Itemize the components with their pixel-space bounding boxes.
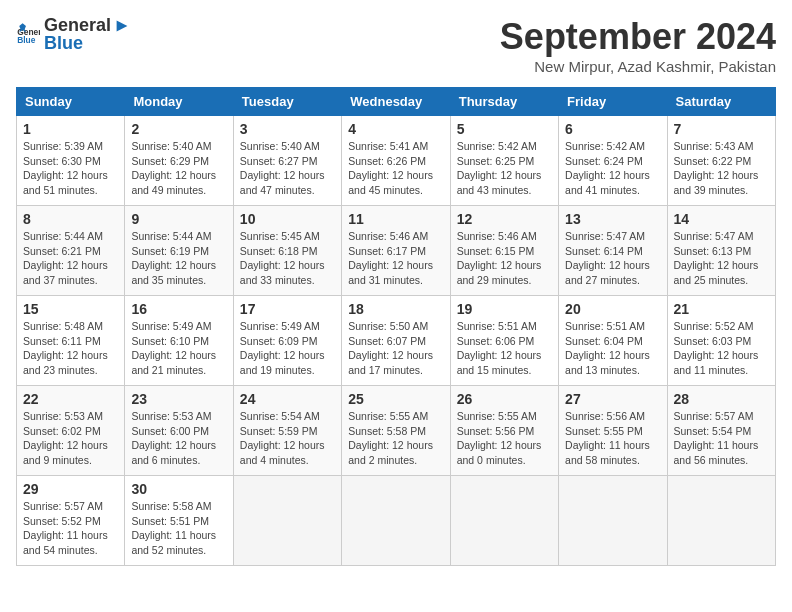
- day-number: 1: [23, 121, 118, 137]
- day-detail: Sunrise: 5:40 AM Sunset: 6:29 PM Dayligh…: [131, 139, 226, 198]
- calendar-cell: 14Sunrise: 5:47 AM Sunset: 6:13 PM Dayli…: [667, 206, 775, 296]
- calendar-cell: 20Sunrise: 5:51 AM Sunset: 6:04 PM Dayli…: [559, 296, 667, 386]
- calendar-cell: 27Sunrise: 5:56 AM Sunset: 5:55 PM Dayli…: [559, 386, 667, 476]
- column-header-monday: Monday: [125, 88, 233, 116]
- day-number: 9: [131, 211, 226, 227]
- column-header-sunday: Sunday: [17, 88, 125, 116]
- day-number: 4: [348, 121, 443, 137]
- day-detail: Sunrise: 5:49 AM Sunset: 6:10 PM Dayligh…: [131, 319, 226, 378]
- day-detail: Sunrise: 5:52 AM Sunset: 6:03 PM Dayligh…: [674, 319, 769, 378]
- week-row-4: 22Sunrise: 5:53 AM Sunset: 6:02 PM Dayli…: [17, 386, 776, 476]
- calendar-cell: 29Sunrise: 5:57 AM Sunset: 5:52 PM Dayli…: [17, 476, 125, 566]
- calendar-cell: 19Sunrise: 5:51 AM Sunset: 6:06 PM Dayli…: [450, 296, 558, 386]
- column-header-saturday: Saturday: [667, 88, 775, 116]
- logo-blue: Blue: [44, 34, 131, 54]
- day-number: 10: [240, 211, 335, 227]
- calendar-cell: 30Sunrise: 5:58 AM Sunset: 5:51 PM Dayli…: [125, 476, 233, 566]
- day-number: 2: [131, 121, 226, 137]
- day-detail: Sunrise: 5:54 AM Sunset: 5:59 PM Dayligh…: [240, 409, 335, 468]
- calendar-cell: 7Sunrise: 5:43 AM Sunset: 6:22 PM Daylig…: [667, 116, 775, 206]
- logo: General Blue General Blue: [16, 16, 131, 54]
- day-number: 26: [457, 391, 552, 407]
- calendar-cell: 2Sunrise: 5:40 AM Sunset: 6:29 PM Daylig…: [125, 116, 233, 206]
- day-number: 15: [23, 301, 118, 317]
- day-number: 13: [565, 211, 660, 227]
- day-number: 30: [131, 481, 226, 497]
- day-number: 3: [240, 121, 335, 137]
- day-detail: Sunrise: 5:57 AM Sunset: 5:52 PM Dayligh…: [23, 499, 118, 558]
- calendar-cell: 5Sunrise: 5:42 AM Sunset: 6:25 PM Daylig…: [450, 116, 558, 206]
- day-number: 12: [457, 211, 552, 227]
- day-detail: Sunrise: 5:49 AM Sunset: 6:09 PM Dayligh…: [240, 319, 335, 378]
- column-header-thursday: Thursday: [450, 88, 558, 116]
- title-section: September 2024 New Mirpur, Azad Kashmir,…: [500, 16, 776, 75]
- calendar-table: SundayMondayTuesdayWednesdayThursdayFrid…: [16, 87, 776, 566]
- calendar-cell: [450, 476, 558, 566]
- calendar-cell: [342, 476, 450, 566]
- week-row-3: 15Sunrise: 5:48 AM Sunset: 6:11 PM Dayli…: [17, 296, 776, 386]
- day-detail: Sunrise: 5:53 AM Sunset: 6:02 PM Dayligh…: [23, 409, 118, 468]
- calendar-cell: 25Sunrise: 5:55 AM Sunset: 5:58 PM Dayli…: [342, 386, 450, 476]
- day-number: 21: [674, 301, 769, 317]
- week-row-2: 8Sunrise: 5:44 AM Sunset: 6:21 PM Daylig…: [17, 206, 776, 296]
- calendar-cell: 26Sunrise: 5:55 AM Sunset: 5:56 PM Dayli…: [450, 386, 558, 476]
- calendar-cell: 18Sunrise: 5:50 AM Sunset: 6:07 PM Dayli…: [342, 296, 450, 386]
- column-header-tuesday: Tuesday: [233, 88, 341, 116]
- calendar-cell: 4Sunrise: 5:41 AM Sunset: 6:26 PM Daylig…: [342, 116, 450, 206]
- day-detail: Sunrise: 5:55 AM Sunset: 5:58 PM Dayligh…: [348, 409, 443, 468]
- day-number: 22: [23, 391, 118, 407]
- column-header-wednesday: Wednesday: [342, 88, 450, 116]
- day-detail: Sunrise: 5:47 AM Sunset: 6:14 PM Dayligh…: [565, 229, 660, 288]
- calendar-cell: [233, 476, 341, 566]
- day-detail: Sunrise: 5:42 AM Sunset: 6:25 PM Dayligh…: [457, 139, 552, 198]
- calendar-cell: 28Sunrise: 5:57 AM Sunset: 5:54 PM Dayli…: [667, 386, 775, 476]
- location-subtitle: New Mirpur, Azad Kashmir, Pakistan: [500, 58, 776, 75]
- calendar-cell: 10Sunrise: 5:45 AM Sunset: 6:18 PM Dayli…: [233, 206, 341, 296]
- day-number: 7: [674, 121, 769, 137]
- day-number: 14: [674, 211, 769, 227]
- column-header-friday: Friday: [559, 88, 667, 116]
- day-number: 24: [240, 391, 335, 407]
- day-detail: Sunrise: 5:51 AM Sunset: 6:04 PM Dayligh…: [565, 319, 660, 378]
- day-number: 19: [457, 301, 552, 317]
- calendar-cell: 13Sunrise: 5:47 AM Sunset: 6:14 PM Dayli…: [559, 206, 667, 296]
- day-number: 20: [565, 301, 660, 317]
- day-number: 23: [131, 391, 226, 407]
- day-detail: Sunrise: 5:48 AM Sunset: 6:11 PM Dayligh…: [23, 319, 118, 378]
- logo-icon: General Blue: [16, 23, 40, 47]
- week-row-1: 1Sunrise: 5:39 AM Sunset: 6:30 PM Daylig…: [17, 116, 776, 206]
- day-detail: Sunrise: 5:50 AM Sunset: 6:07 PM Dayligh…: [348, 319, 443, 378]
- day-number: 17: [240, 301, 335, 317]
- calendar-cell: [667, 476, 775, 566]
- calendar-cell: [559, 476, 667, 566]
- day-number: 29: [23, 481, 118, 497]
- logo-arrow-icon: [113, 17, 131, 35]
- day-detail: Sunrise: 5:43 AM Sunset: 6:22 PM Dayligh…: [674, 139, 769, 198]
- calendar-cell: 6Sunrise: 5:42 AM Sunset: 6:24 PM Daylig…: [559, 116, 667, 206]
- day-detail: Sunrise: 5:41 AM Sunset: 6:26 PM Dayligh…: [348, 139, 443, 198]
- header-row: SundayMondayTuesdayWednesdayThursdayFrid…: [17, 88, 776, 116]
- month-title: September 2024: [500, 16, 776, 58]
- day-detail: Sunrise: 5:58 AM Sunset: 5:51 PM Dayligh…: [131, 499, 226, 558]
- day-number: 5: [457, 121, 552, 137]
- svg-marker-2: [117, 20, 128, 31]
- day-number: 18: [348, 301, 443, 317]
- day-number: 11: [348, 211, 443, 227]
- day-detail: Sunrise: 5:46 AM Sunset: 6:17 PM Dayligh…: [348, 229, 443, 288]
- day-number: 27: [565, 391, 660, 407]
- day-detail: Sunrise: 5:55 AM Sunset: 5:56 PM Dayligh…: [457, 409, 552, 468]
- day-detail: Sunrise: 5:56 AM Sunset: 5:55 PM Dayligh…: [565, 409, 660, 468]
- calendar-cell: 12Sunrise: 5:46 AM Sunset: 6:15 PM Dayli…: [450, 206, 558, 296]
- day-detail: Sunrise: 5:42 AM Sunset: 6:24 PM Dayligh…: [565, 139, 660, 198]
- calendar-cell: 17Sunrise: 5:49 AM Sunset: 6:09 PM Dayli…: [233, 296, 341, 386]
- week-row-5: 29Sunrise: 5:57 AM Sunset: 5:52 PM Dayli…: [17, 476, 776, 566]
- svg-text:Blue: Blue: [17, 35, 36, 45]
- day-detail: Sunrise: 5:39 AM Sunset: 6:30 PM Dayligh…: [23, 139, 118, 198]
- day-detail: Sunrise: 5:44 AM Sunset: 6:21 PM Dayligh…: [23, 229, 118, 288]
- day-number: 25: [348, 391, 443, 407]
- day-detail: Sunrise: 5:44 AM Sunset: 6:19 PM Dayligh…: [131, 229, 226, 288]
- calendar-cell: 15Sunrise: 5:48 AM Sunset: 6:11 PM Dayli…: [17, 296, 125, 386]
- day-detail: Sunrise: 5:57 AM Sunset: 5:54 PM Dayligh…: [674, 409, 769, 468]
- day-detail: Sunrise: 5:53 AM Sunset: 6:00 PM Dayligh…: [131, 409, 226, 468]
- day-detail: Sunrise: 5:47 AM Sunset: 6:13 PM Dayligh…: [674, 229, 769, 288]
